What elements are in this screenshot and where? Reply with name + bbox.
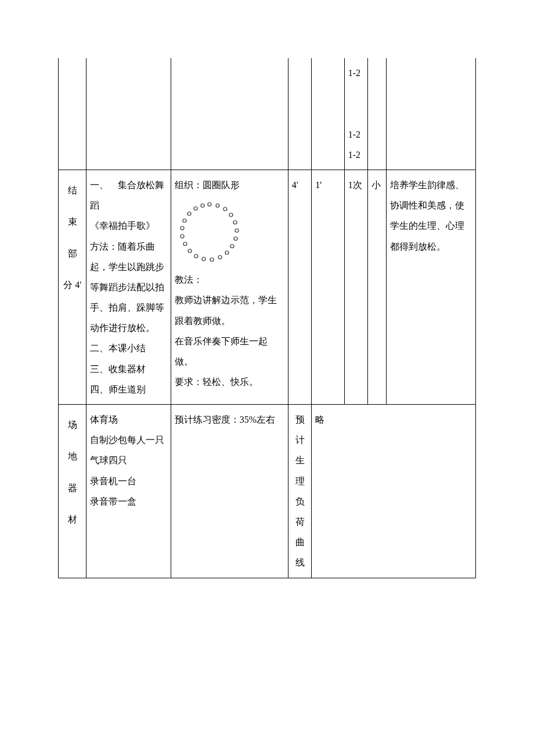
lesson-plan-table: 1-2 1-2 1-2 结 束 部 分 4' 一、 集合放松舞蹈 《幸福拍手歌》… xyxy=(58,58,476,578)
prev-intensity xyxy=(368,58,387,170)
end-content: 一、 集合放松舞蹈 《幸福拍手歌》 方法：随着乐曲起，学生以跑跳步等舞蹈步法配以… xyxy=(86,170,171,404)
svg-point-20 xyxy=(201,204,204,207)
end-goal: 培养学生韵律感、协调性和美感，使学生的生理、心理都得到放松。 xyxy=(387,170,476,404)
svg-point-17 xyxy=(183,219,186,222)
table-row: 场 地 器 材 体育场 自制沙包每人一只 气球四只 录音机一台 录音带一盒 预计… xyxy=(59,405,476,578)
svg-point-14 xyxy=(183,242,187,246)
svg-point-13 xyxy=(188,249,192,253)
equipment-list: 体育场 自制沙包每人一只 气球四只 录音机一台 录音带一盒 xyxy=(86,405,171,578)
label-char: 束 xyxy=(62,206,82,237)
svg-point-16 xyxy=(181,226,184,230)
svg-point-7 xyxy=(230,244,234,248)
end-organization: 组织：圆圈队形 教法： 教师边讲解边示范，学生跟着教师做。 在音乐伴奏下师生一起… xyxy=(171,170,288,404)
end-intensity: 小 xyxy=(368,170,387,404)
org-title: 组织：圆圈队形 xyxy=(175,175,284,195)
svg-point-1 xyxy=(216,204,219,207)
equipment-label: 场 地 器 材 xyxy=(59,405,86,578)
label-char: 分 4' xyxy=(62,269,82,301)
label-char: 器 xyxy=(62,473,82,504)
label-char: 结 xyxy=(62,175,82,206)
end-time-total: 4' xyxy=(288,170,311,404)
table-row: 结 束 部 分 4' 一、 集合放松舞蹈 《幸福拍手歌》 方法：随着乐曲起，学生… xyxy=(59,170,476,404)
prev-org xyxy=(171,58,288,170)
table-row: 1-2 1-2 1-2 xyxy=(59,58,476,170)
svg-point-11 xyxy=(202,257,205,261)
end-section-label: 结 束 部 分 4' xyxy=(59,170,86,404)
svg-point-3 xyxy=(229,213,233,217)
svg-point-19 xyxy=(194,207,197,210)
end-count: 1次 xyxy=(344,170,367,404)
circle-formation-icon xyxy=(175,197,244,267)
org-method: 教法： 教师边讲解边示范，学生跟着教师做。 在音乐伴奏下师生一起做。 要求：轻松… xyxy=(175,269,284,392)
svg-point-18 xyxy=(187,212,191,215)
prev-content xyxy=(86,58,171,170)
label-char: 地 xyxy=(62,441,82,472)
svg-point-0 xyxy=(208,203,211,206)
svg-point-6 xyxy=(234,237,237,240)
physio-curve-label: 预 计 生 理 负 荷 曲 线 xyxy=(288,405,311,578)
label-char: 部 xyxy=(62,238,82,269)
svg-point-5 xyxy=(235,229,239,232)
prev-time2 xyxy=(312,58,345,170)
prev-count: 1-2 1-2 1-2 xyxy=(344,58,367,170)
prev-time1 xyxy=(288,58,311,170)
svg-point-8 xyxy=(225,251,229,254)
svg-point-10 xyxy=(210,258,214,261)
density-estimate: 预计练习密度：35%左右 xyxy=(171,405,288,578)
end-time-sub: 1' xyxy=(312,170,345,404)
prev-goal xyxy=(387,58,476,170)
svg-point-12 xyxy=(194,254,198,258)
svg-point-2 xyxy=(223,207,227,211)
svg-point-4 xyxy=(233,221,237,224)
label-char: 材 xyxy=(62,504,82,535)
prev-section-label xyxy=(59,58,86,170)
svg-point-9 xyxy=(218,255,222,259)
label-char: 场 xyxy=(62,409,82,441)
svg-point-15 xyxy=(181,235,184,238)
physio-curve-value: 略 xyxy=(312,405,476,578)
